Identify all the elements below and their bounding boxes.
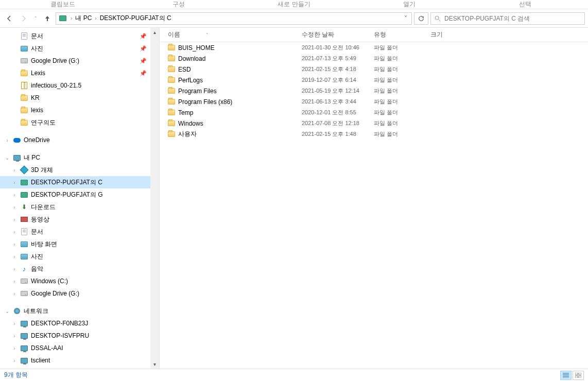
network-item[interactable]: ›DESKTOP-F0NB23J [0,317,159,330]
navigation-pane[interactable]: 문서📌사진📌Google Drive (G:)📌Lexis📌infectious… [0,28,160,369]
chevron-right-icon[interactable]: › [71,15,72,21]
scroll-down-icon[interactable]: ▾ [150,360,159,369]
pc-item[interactable]: ›3D 개체 [0,164,159,176]
recent-dropdown[interactable]: ˅ [32,12,39,25]
status-bar: 9개 항목 [0,369,588,381]
sort-indicator-icon: ˄ [206,32,209,38]
pc-item[interactable]: ›⬇다운로드 [0,201,159,213]
expander-icon[interactable]: › [11,241,18,247]
file-row[interactable]: Program Files2021-05-19 오후 12:14파일 폴더 [160,85,588,96]
pc-item[interactable]: ›동영상 [0,213,159,226]
ribbon-tab-open[interactable]: 열기 [352,0,467,9]
column-date[interactable]: 수정한 날짜 [302,30,374,39]
expander-icon[interactable]: › [11,358,18,363]
expander-icon[interactable]: › [11,345,18,351]
expander-icon[interactable]: › [11,229,18,235]
expander-icon[interactable]: ⌄ [4,155,10,161]
expander-icon[interactable]: › [11,333,18,339]
remote-icon [20,190,29,199]
quick-item[interactable]: infectious_00-21.5 [0,79,159,92]
tree-thispc[interactable]: ⌄ 내 PC [0,151,159,164]
expander-icon[interactable]: ⌄ [4,308,10,314]
quick-item[interactable]: Lexis📌 [0,67,159,79]
network-item[interactable]: ›tsclient [0,354,159,367]
network-item[interactable]: ›DSSAL-AAI [0,342,159,354]
svg-point-0 [435,16,439,20]
file-date: 2021-07-08 오전 12:18 [302,119,374,127]
breadcrumb-root[interactable]: 내 PC [75,14,92,23]
ribbon-tab-new[interactable]: 새로 만들기 [236,0,352,9]
scroll-up-icon[interactable]: ▴ [150,28,159,37]
file-name: Program Files [178,88,302,95]
expander-icon[interactable]: › [11,217,18,222]
ribbon-tab-select[interactable]: 선택 [468,0,583,9]
pc-item[interactable]: ›사진 [0,250,159,263]
expander-icon[interactable]: › [11,291,18,297]
pc-item[interactable]: ›문서 [0,226,159,238]
file-type: 파일 폴더 [374,87,430,95]
folder-icon [168,77,178,83]
breadcrumb-current[interactable]: DESKTOP-PUGFJAT의 C [100,14,171,23]
search-box[interactable] [430,12,585,25]
view-details-button[interactable] [560,371,572,380]
view-icons-button[interactable] [573,371,584,380]
drive-icon [20,289,29,298]
address-box[interactable]: › 내 PC › DESKTOP-PUGFJAT의 C ˅ [56,12,412,25]
column-type[interactable]: 유형 [374,30,430,39]
up-button[interactable] [41,12,54,25]
ribbon-tab-organize[interactable]: 구성 [120,0,236,9]
tree-onedrive[interactable]: › OneDrive [0,134,159,146]
expander-icon[interactable]: › [11,180,18,185]
expander-icon[interactable]: › [11,321,18,326]
sidebar-scrollbar[interactable]: ▴ ▾ [150,28,159,369]
network-item[interactable]: ›DESKTOP-ISVFPRU [0,330,159,342]
file-row[interactable]: ESD2021-02-15 오후 4:18파일 폴더 [160,64,588,75]
file-date: 2021-01-30 오전 10:46 [302,44,374,51]
file-row[interactable]: BUIS_HOME2021-01-30 오전 10:46파일 폴더 [160,42,588,53]
expander-icon[interactable]: › [11,192,18,198]
chevron-right-icon[interactable]: › [95,15,96,21]
drive-icon [20,57,29,65]
folder-icon [168,131,178,137]
quick-item[interactable]: KR [0,92,159,104]
file-list-pane: 이름 ˄ 수정한 날짜 유형 크기 BUIS_HOME2021-01-30 오전… [160,28,588,369]
back-button[interactable] [3,12,15,25]
quick-item[interactable]: 사진📌 [0,42,159,55]
expander-icon[interactable]: › [11,254,18,259]
file-row[interactable]: PerfLogs2019-12-07 오후 6:14파일 폴더 [160,75,588,85]
search-input[interactable] [444,15,581,22]
quick-item[interactable]: 연구의도 [0,116,159,129]
file-date: 2021-02-15 오후 1:48 [302,130,374,138]
quick-item[interactable]: Google Drive (G:)📌 [0,55,159,67]
file-row[interactable]: Download2021-07-13 오후 5:49파일 폴더 [160,53,588,64]
column-size[interactable]: 크기 [430,30,472,39]
forward-button[interactable] [18,12,30,25]
ribbon-tab-clipboard[interactable]: 클립보드 [5,0,120,9]
pic-icon [20,240,29,248]
pc-item[interactable]: ›DESKTOP-PUGFJAT의 G [0,188,159,201]
pc-item[interactable]: ›Windows (C:) [0,275,159,287]
quick-item[interactable]: lexis [0,104,159,116]
expander-icon[interactable]: › [11,279,18,284]
pc-item[interactable]: ›♪음악 [0,263,159,275]
pc-item[interactable]: ›DESKTOP-PUGFJAT의 C [0,176,159,188]
pc-item[interactable]: ›바탕 화면 [0,238,159,250]
column-name[interactable]: 이름 ˄ [168,30,302,39]
file-row[interactable]: Windows2021-07-08 오전 12:18파일 폴더 [160,118,588,129]
expander-icon[interactable]: › [11,204,18,210]
pc-item[interactable]: ›Google Drive (G:) [0,287,159,300]
expander-icon[interactable]: › [11,167,18,173]
pc-icon [20,319,29,327]
address-dropdown[interactable]: ˅ [402,15,409,22]
file-date: 2020-12-01 오전 8:55 [302,109,374,116]
file-row[interactable]: Temp2020-12-01 오전 8:55파일 폴더 [160,107,588,118]
network-icon [12,307,22,315]
tree-network[interactable]: ⌄ 네트워크 [0,305,159,317]
quick-item[interactable]: 문서📌 [0,30,159,42]
file-row[interactable]: Program Files (x86)2021-06-13 오후 3:44파일 … [160,96,588,107]
expander-icon[interactable]: › [4,137,10,143]
file-row[interactable]: 사용자2021-02-15 오후 1:48파일 폴더 [160,129,588,140]
refresh-button[interactable] [414,12,428,25]
expander-icon[interactable]: › [11,266,18,272]
file-name: PerfLogs [178,77,302,84]
